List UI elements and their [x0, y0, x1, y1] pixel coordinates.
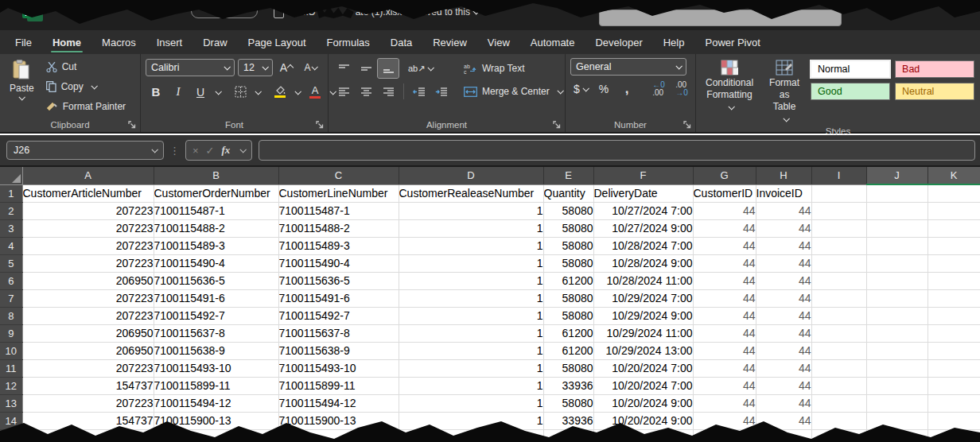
cell-I9[interactable] [811, 324, 866, 342]
cell-I11[interactable] [811, 359, 866, 377]
titlebar-search-box[interactable] [599, 10, 842, 26]
cell-I12[interactable] [811, 377, 866, 394]
cell-E4[interactable]: 58080 [543, 237, 593, 254]
cell-E10[interactable]: 61200 [543, 342, 593, 359]
cell-B4[interactable]: 7100115489-3 [154, 237, 278, 254]
cell-K1[interactable] [928, 184, 980, 202]
cell-G7[interactable]: 44 [693, 289, 756, 307]
middle-align-button[interactable] [356, 59, 376, 78]
cell-E1[interactable]: Quantity [543, 184, 593, 202]
row-header-1[interactable]: 1 [0, 184, 22, 202]
cell-G12[interactable]: 44 [693, 377, 756, 394]
cell-K8[interactable] [928, 307, 980, 324]
percent-style-button[interactable]: % [593, 79, 614, 99]
cell-F13[interactable]: 10/20/2024 9:00 [593, 394, 693, 412]
tab-developer[interactable]: Developer [585, 30, 652, 54]
cell-A14[interactable]: 154737 [22, 412, 154, 429]
cell-B8[interactable]: 7100115492-7 [154, 307, 278, 324]
accounting-format-button[interactable]: $ [570, 79, 591, 99]
cell-J12[interactable] [866, 377, 928, 394]
clipboard-dialog-launcher-icon[interactable] [128, 121, 136, 129]
cell-G14[interactable]: 44 [693, 412, 756, 429]
copy-chevron-icon[interactable] [91, 83, 97, 89]
cell-D1[interactable]: CustomerRealeaseNumber [399, 184, 543, 202]
italic-button[interactable]: I [168, 83, 189, 102]
borders-button[interactable] [230, 83, 251, 102]
cell-H9[interactable]: 44 [756, 324, 811, 342]
insert-function-icon[interactable]: fx [222, 144, 231, 157]
fx-chevron-icon[interactable] [240, 146, 247, 153]
cell-H3[interactable]: 44 [756, 219, 811, 237]
cell-C5[interactable]: 7100115490-4 [278, 254, 399, 272]
cell-F8[interactable]: 10/29/2024 9:00 [593, 307, 693, 324]
row-header-2[interactable]: 2 [0, 202, 22, 219]
cell-D14[interactable]: 1 [399, 412, 543, 429]
cell-G5[interactable]: 44 [693, 254, 756, 272]
tab-file[interactable]: File [5, 30, 42, 54]
row-header-9[interactable]: 9 [0, 324, 22, 342]
cell-A5[interactable]: 207223 [22, 254, 154, 272]
cell-H4[interactable]: 44 [756, 237, 811, 254]
cell-A11[interactable]: 207223 [22, 359, 154, 377]
cell-J7[interactable] [866, 289, 928, 307]
cell-C7[interactable]: 7100115491-6 [278, 289, 399, 307]
cell-A1[interactable]: CustomerArticleNumber [22, 184, 154, 202]
cell-I3[interactable] [811, 219, 866, 237]
cell-K2[interactable] [928, 202, 980, 219]
cell-E11[interactable]: 58080 [543, 359, 593, 377]
cell-I1[interactable] [811, 184, 866, 202]
number-format-chevron-icon[interactable] [675, 63, 682, 69]
cell-H14[interactable]: 44 [756, 412, 811, 429]
cell-C10[interactable]: 7100115638-9 [278, 342, 399, 359]
cell-I5[interactable] [811, 254, 866, 272]
align-center-button[interactable] [356, 82, 376, 101]
cell-K5[interactable] [928, 254, 980, 272]
decrease-decimal-button[interactable]: .00 →0 [671, 79, 692, 99]
select-all-corner[interactable] [0, 167, 22, 184]
cell-J6[interactable] [866, 272, 928, 289]
cell-J14[interactable] [866, 412, 928, 429]
tab-home[interactable]: Home [42, 30, 91, 54]
bottom-align-button[interactable] [378, 59, 399, 78]
cell-G1[interactable]: CustomerID [693, 184, 756, 202]
cell-K6[interactable] [928, 272, 980, 289]
row-header-4[interactable]: 4 [0, 237, 22, 254]
row-header-6[interactable]: 6 [0, 272, 22, 289]
cell-D7[interactable]: 1 [399, 289, 543, 307]
cell-B13[interactable]: 7100115494-12 [154, 394, 278, 412]
number-format-combo[interactable]: General [570, 58, 686, 76]
cell-B10[interactable]: 7100115638-9 [154, 342, 278, 359]
cell-G3[interactable]: 44 [693, 219, 756, 237]
tab-draw[interactable]: Draw [192, 30, 237, 54]
cell-H1[interactable]: InvoiceID [756, 184, 811, 202]
column-header-B[interactable]: B [154, 167, 278, 184]
cell-B14[interactable]: 7100115900-13 [154, 412, 278, 429]
increase-font-size-button[interactable]: A [276, 58, 297, 77]
cell-H8[interactable]: 44 [756, 307, 811, 324]
cell-I10[interactable] [811, 342, 866, 359]
cell-G10[interactable]: 44 [693, 342, 756, 359]
cell-B1[interactable]: CustomerOrderNumber [154, 184, 278, 202]
cell-D12[interactable]: 1 [399, 377, 543, 394]
cell-B5[interactable]: 7100115490-4 [154, 254, 278, 272]
cell-I2[interactable] [811, 202, 866, 219]
tab-review[interactable]: Review [422, 30, 477, 54]
tab-page-layout[interactable]: Page Layout [238, 30, 317, 54]
cell-J4[interactable] [866, 237, 928, 254]
orientation-button[interactable]: ab↗ [406, 59, 434, 78]
tab-insert[interactable]: Insert [146, 30, 193, 54]
cell-K3[interactable] [928, 219, 980, 237]
cell-F14[interactable]: 10/20/2024 9:00 [593, 412, 693, 429]
cell-G13[interactable]: 44 [693, 394, 756, 412]
cell-I8[interactable] [811, 307, 866, 324]
cell-A6[interactable]: 206950 [22, 272, 154, 289]
cell-I4[interactable] [811, 237, 866, 254]
increase-indent-button[interactable] [431, 82, 452, 101]
row-header-12[interactable]: 12 [0, 377, 22, 394]
cell-F10[interactable]: 10/29/2024 13:00 [593, 342, 693, 359]
copy-button[interactable]: Copy [44, 78, 128, 95]
column-header-A[interactable]: A [22, 167, 154, 184]
cell-B12[interactable]: 7100115899-11 [154, 377, 278, 394]
cell-C11[interactable]: 7100115493-10 [278, 359, 399, 377]
cell-C9[interactable]: 7100115637-8 [278, 324, 399, 342]
